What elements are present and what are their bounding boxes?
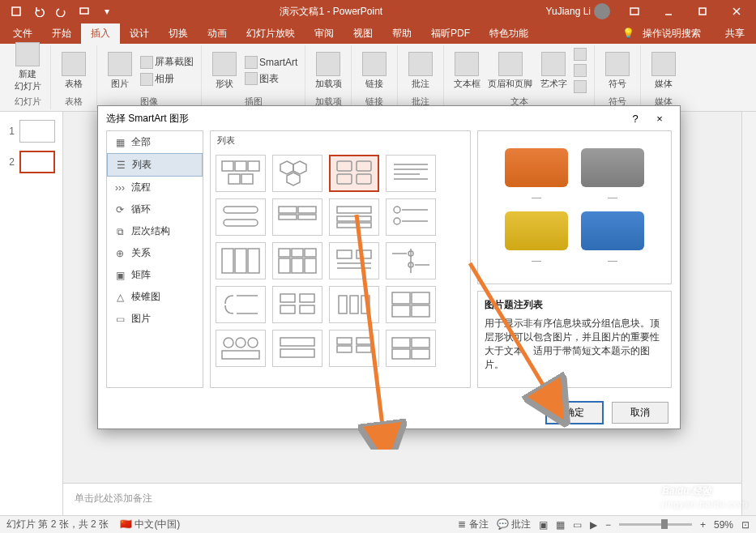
minimize-icon[interactable] [652,0,685,23]
link-button[interactable]: 链接 [358,50,391,92]
layout-item[interactable] [329,330,379,367]
chart-button[interactable]: 图表 [244,71,298,87]
tab-transitions[interactable]: 切换 [159,23,198,44]
gallery-grid[interactable] [211,150,470,387]
dialog-help-button[interactable]: ? [623,113,647,125]
cat-process[interactable]: ›››流程 [107,177,203,198]
table-button[interactable]: 表格 [58,50,90,92]
share-button[interactable]: 共享 [725,27,745,41]
thumbnail-1[interactable]: 1 [5,120,58,143]
layout-item[interactable] [386,286,436,323]
cat-hierarchy[interactable]: ⧉层次结构 [107,220,203,242]
tab-insert[interactable]: 插入 [81,23,120,44]
cat-pyramid[interactable]: △棱锥图 [107,286,203,308]
tab-special[interactable]: 特色功能 [480,23,538,44]
cat-relation[interactable]: ⊕关系 [107,242,203,264]
ribbon-display-icon[interactable] [618,0,651,23]
svg-rect-70 [222,351,259,359]
tell-me[interactable]: 操作说明搜索 [643,27,701,41]
close-icon[interactable] [720,0,753,23]
maximize-icon[interactable] [686,0,719,23]
layout-item[interactable] [216,198,266,236]
group-comments: 批注 批注 [398,45,444,109]
tab-view[interactable]: 视图 [344,23,382,44]
vertical-scrollbar[interactable] [741,112,756,515]
layout-item[interactable] [272,155,322,192]
new-slide-button[interactable]: 新建 幻灯片 [11,41,44,94]
cat-matrix[interactable]: ▣矩阵 [107,264,203,286]
picture-button[interactable]: 图片 [104,50,136,92]
cat-all[interactable]: ▦全部 [107,131,203,153]
layout-item[interactable] [216,155,266,192]
textbox-button[interactable]: 文本框 [451,50,483,92]
svg-rect-74 [337,346,352,352]
zoom-thumb[interactable] [661,519,668,529]
shapes-button[interactable]: 形状 [208,50,241,92]
tab-home[interactable]: 开始 [42,23,81,44]
svg-rect-75 [357,338,371,344]
zoom-in-button[interactable]: + [700,519,706,531]
view-sorter-icon[interactable]: ▦ [556,519,565,531]
album-button[interactable]: 相册 [139,71,194,87]
screenshot-button[interactable]: 屏幕截图 [139,54,194,70]
layout-item[interactable] [216,286,266,323]
tab-help[interactable]: 帮助 [382,23,421,44]
layout-item[interactable] [216,242,266,279]
zoom-slider[interactable] [619,523,692,526]
zoom-percent[interactable]: 59% [714,519,733,531]
view-normal-icon[interactable]: ▣ [539,519,548,531]
layout-item[interactable] [272,198,322,236]
tab-design[interactable]: 设计 [120,23,159,44]
tab-foxit[interactable]: 福昕PDF [421,23,480,44]
cat-picture[interactable]: ▭图片 [107,308,203,330]
text-extra1-button[interactable] [573,47,587,62]
ok-button[interactable]: 确定 [545,401,604,424]
dialog-close-button[interactable]: × [647,113,672,125]
comment-button[interactable]: 批注 [404,50,437,92]
svg-rect-31 [337,223,371,228]
quick-access-toolbar: ▾ [0,2,123,21]
undo-icon[interactable] [29,2,49,21]
view-reading-icon[interactable]: ▭ [573,519,582,531]
save-icon[interactable] [6,2,26,21]
layout-item[interactable] [272,286,322,323]
cat-list[interactable]: ☰列表 [107,153,203,177]
svg-rect-63 [392,292,410,304]
cat-cycle[interactable]: ⟳循环 [107,198,203,220]
layout-item[interactable] [216,330,266,367]
comments-toggle[interactable]: 💬 批注 [497,518,531,531]
text-extra3-button[interactable] [573,79,587,94]
redo-icon[interactable] [52,2,71,21]
layout-item[interactable] [386,198,436,236]
notes-pane[interactable]: 单击此处添加备注 [63,483,741,515]
zoom-out-button[interactable]: − [605,519,611,531]
language-indicator[interactable]: 🇨🇳 中文(中国) [120,518,180,531]
fit-window-icon[interactable]: ⊡ [741,519,750,531]
cancel-button[interactable]: 取消 [612,402,668,424]
notes-toggle[interactable]: ≣ 备注 [458,518,488,531]
thumbnail-2[interactable]: 2 [5,151,58,173]
tab-slideshow[interactable]: 幻灯片放映 [237,23,305,44]
tab-review[interactable]: 审阅 [305,23,344,44]
layout-item[interactable] [329,242,379,279]
addin-button[interactable]: 加载项 [312,50,344,92]
text-extra2-button[interactable] [573,63,587,78]
media-button[interactable]: 媒体 [647,50,680,92]
user-account[interactable]: YuJiang Li [540,3,617,19]
layout-item[interactable] [386,155,436,192]
smartart-button[interactable]: SmartArt [244,55,298,70]
wordart-button[interactable]: 艺术字 [537,50,570,92]
tab-animations[interactable]: 动画 [198,23,237,44]
layout-item[interactable] [386,242,436,279]
headerfooter-button[interactable]: 页眉和页脚 [486,50,534,92]
view-slideshow-icon[interactable]: ▶ [590,519,597,531]
layout-item-selected[interactable] [329,155,379,192]
layout-item[interactable] [329,198,379,236]
symbol-button[interactable]: 符号 [601,50,634,92]
layout-item[interactable] [329,286,379,323]
qat-more-icon[interactable]: ▾ [97,2,117,21]
layout-item[interactable] [272,330,322,367]
present-icon[interactable] [75,2,94,21]
layout-item[interactable] [386,330,436,367]
layout-item[interactable] [272,242,322,279]
